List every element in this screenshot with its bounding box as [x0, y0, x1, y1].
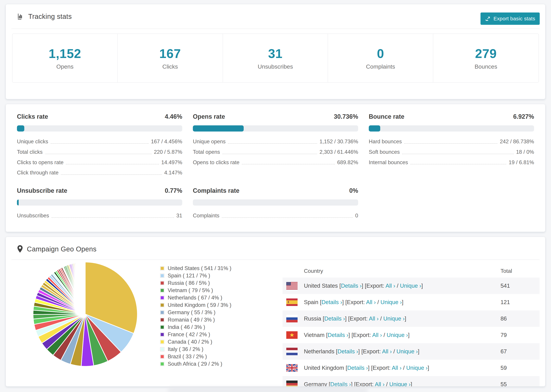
stat-row-value: 220 / 5.87%: [154, 149, 182, 155]
export-all-link[interactable]: All ›: [366, 299, 376, 305]
progress-bar-fill: [193, 125, 244, 132]
stat-row-label: Total clicks: [17, 149, 42, 155]
legend-label: Germany ( 55 / 3% ): [168, 309, 215, 315]
rate-value: 6.927%: [513, 113, 534, 120]
legend-item-canada[interactable]: Canada ( 40 / 2% ): [160, 338, 231, 345]
export-all-link[interactable]: All ›: [372, 332, 382, 338]
progress-bar: [17, 125, 182, 132]
dotted-leader: [402, 154, 514, 154]
dotted-leader: [51, 217, 174, 218]
table-row-russia: Russia [Details ›] [Export: All › / Uniq…: [283, 310, 540, 327]
legend-swatch-color: [161, 304, 164, 307]
export-unique-link[interactable]: Unique ›: [387, 332, 408, 338]
stat-row-value: 0: [355, 212, 358, 219]
rates-grid: Clicks rate4.46%Unique clicks167 / 4.456…: [17, 113, 534, 219]
export-all-link[interactable]: All ›: [375, 381, 385, 386]
campaign-geo-opens-card: Campaign Geo Opens United States ( 541 /…: [6, 237, 545, 386]
country-name: United States: [304, 283, 338, 289]
legend-swatch-color: [161, 362, 164, 365]
stat-row-label: Unsubscribes: [17, 212, 49, 219]
rate-title: Opens rate: [193, 113, 225, 120]
export-unique-link[interactable]: Unique ›: [389, 381, 411, 386]
export-all-link[interactable]: All ›: [392, 365, 402, 371]
total-cell: 541: [501, 283, 510, 289]
table-row-netherlands: Netherlands [Details ›] [Export: All › /…: [283, 343, 540, 360]
stat-row: Opens to clicks rate689.82%: [193, 159, 358, 166]
ru-flag-icon: [286, 315, 297, 322]
stat-label: Complaints: [366, 63, 395, 70]
rate-block-unsubscribe: Unsubscribe rate0.77%Unsubscribes31: [17, 187, 182, 219]
rate-block-header: Clicks rate4.46%: [17, 113, 182, 120]
country-cell: Germany [Details ›] [Export: All › / Uni…: [304, 381, 412, 386]
legend-item-india[interactable]: India ( 46 / 3% ): [160, 323, 231, 331]
rate-title: Bounce rate: [369, 113, 404, 120]
legend-item-romania[interactable]: Romania ( 49 / 3% ): [160, 316, 231, 323]
stat-row-label: Unique opens: [193, 138, 226, 145]
details-link[interactable]: Details ›: [330, 381, 351, 386]
geo-opens-pie-chart[interactable]: [29, 260, 142, 371]
details-link[interactable]: Details ›: [322, 299, 342, 305]
legend-label: Romania ( 49 / 3% ): [168, 317, 215, 323]
export-unique-link[interactable]: Unique ›: [381, 299, 402, 305]
export-unique-link[interactable]: Unique ›: [400, 283, 421, 289]
export-unique-link[interactable]: Unique ›: [396, 348, 418, 355]
rate-block-header: Bounce rate6.927%: [369, 113, 534, 120]
stat-row-value: 4.147%: [164, 169, 182, 176]
legend-item-spain[interactable]: Spain ( 121 / 7% ): [160, 272, 231, 279]
column-header-total: Total: [501, 268, 512, 274]
stat-row-label: Hard bounces: [369, 138, 402, 145]
details-link[interactable]: Details ›: [328, 332, 348, 338]
legend-item-germany[interactable]: Germany ( 55 / 3% ): [160, 309, 231, 316]
details-link[interactable]: Details ›: [341, 283, 361, 289]
country-name: Russia: [304, 315, 321, 322]
details-link[interactable]: Details ›: [338, 348, 358, 355]
country-cell: United States [Details ›] [Export: All ›…: [304, 283, 423, 289]
country-name: Netherlands: [304, 348, 334, 355]
rate-title: Unsubscribe rate: [17, 187, 67, 194]
export-basic-stats-button[interactable]: Export basic stats: [480, 13, 540, 25]
stat-row-label: Soft bounces: [369, 149, 400, 155]
legend-item-italy[interactable]: Italy ( 36 / 2% ): [160, 345, 231, 353]
stat-row: Unique clicks167 / 4.456%: [17, 138, 182, 145]
legend-item-russia[interactable]: Russia ( 86 / 5% ): [160, 279, 231, 287]
tracking-stats-card: Tracking stats Export basic stats 1,152O…: [6, 4, 545, 99]
stat-row-value: 2,303 / 61.446%: [319, 149, 358, 155]
stat-row: Total clicks220 / 5.87%: [17, 149, 182, 155]
export-all-link[interactable]: All ›: [386, 283, 395, 289]
legend-item-united-states[interactable]: United States ( 541 / 31% ): [160, 265, 231, 272]
legend-label: Spain ( 121 / 7% ): [168, 273, 210, 279]
summary-stats-panel: 1,152Opens167Clicks31Unsubscribes0Compla…: [12, 34, 539, 83]
legend-swatch: [160, 274, 164, 278]
stat-row-label: Click through rate: [17, 169, 58, 176]
details-link[interactable]: Details ›: [347, 365, 368, 371]
details-link[interactable]: Details ›: [324, 315, 345, 322]
geo-header: Campaign Geo Opens: [17, 237, 534, 261]
geo-title: Campaign Geo Opens: [27, 245, 97, 253]
stat-rows: Unique opens1,152 / 30.736%Total opens2,…: [193, 138, 358, 166]
stat-row-value: 242 / 86.738%: [500, 138, 534, 145]
export-all-link[interactable]: All ›: [382, 348, 392, 355]
legend-label: United Kingdom ( 59 / 3% ): [168, 302, 231, 308]
bar-chart-icon: [17, 13, 24, 20]
export-unique-link[interactable]: Unique ›: [383, 315, 405, 322]
total-cell: 55: [501, 381, 507, 386]
tracking-stats-header: Tracking stats: [17, 4, 534, 28]
rate-block-complaints: Complaints rate0%Complaints0: [193, 187, 358, 219]
legend-item-brazil[interactable]: Brazil ( 33 / 2% ): [160, 353, 231, 360]
rate-block-clicks: Clicks rate4.46%Unique clicks167 / 4.456…: [17, 113, 182, 176]
legend-item-south-africa[interactable]: South Africa ( 29 / 2% ): [160, 360, 231, 368]
export-unique-link[interactable]: Unique ›: [406, 365, 428, 371]
legend-item-united-kingdom[interactable]: United Kingdom ( 59 / 3% ): [160, 301, 231, 309]
pie-slice-other[interactable]: [85, 262, 85, 314]
legend-label: Italy ( 36 / 2% ): [168, 346, 203, 352]
stat-card-unsubscribes: 31Unsubscribes: [223, 34, 328, 82]
table-header-row: Country Total: [283, 264, 540, 278]
gb-flag-icon: [286, 364, 297, 372]
stat-value: 279: [475, 46, 497, 61]
legend-item-netherlands[interactable]: Netherlands ( 67 / 4% ): [160, 294, 231, 301]
legend-item-france[interactable]: France ( 42 / 2% ): [160, 331, 231, 338]
export-all-link[interactable]: All ›: [369, 315, 379, 322]
legend-item-vietnam[interactable]: Vietnam ( 79 / 5% ): [160, 287, 231, 294]
dotted-leader: [228, 143, 317, 144]
stat-label: Unsubscribes: [258, 63, 293, 70]
